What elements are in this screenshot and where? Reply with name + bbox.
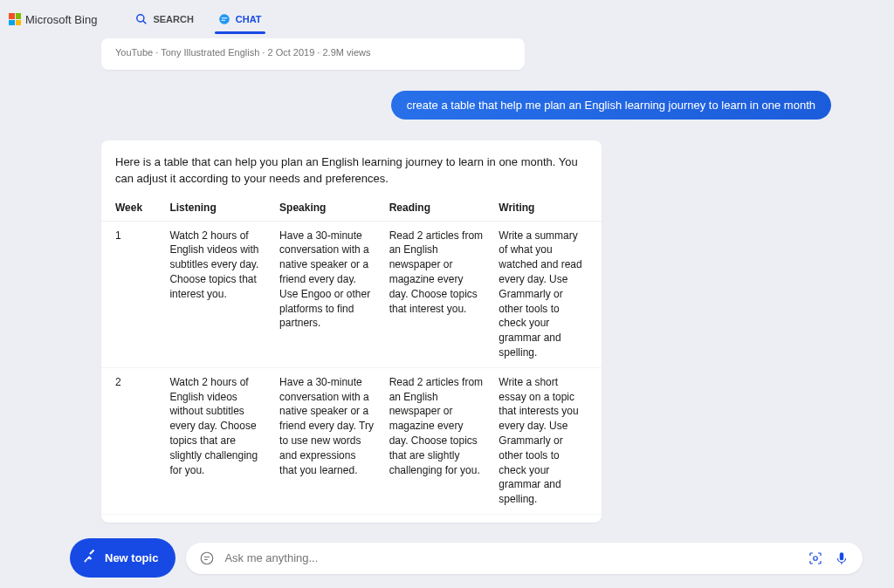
cell-writing: Write a short essay on a topic that inte… <box>492 367 602 514</box>
compose-icon <box>198 550 216 567</box>
svg-point-4 <box>814 556 818 560</box>
chat-input[interactable] <box>224 551 798 564</box>
video-meta: YouTube · Tony Illustrated English · 2 O… <box>115 47 370 58</box>
cell-listening: Listen to 2 hours of English podcasts or… <box>162 515 272 523</box>
table-row: 1 Watch 2 hours of English videos with s… <box>101 221 602 367</box>
cell-speaking: Have a 30-minute conversation with a nat… <box>272 221 382 367</box>
col-listening: Listening <box>162 195 272 222</box>
col-week: Week <box>101 195 162 222</box>
microphone-icon[interactable] <box>833 550 850 567</box>
messages-area: YouTube · Tony Illustrated English · 2 O… <box>0 38 894 523</box>
search-icon <box>135 13 148 25</box>
assistant-response-card: Here is a table that can help you plan a… <box>101 140 602 523</box>
svg-point-2 <box>219 14 230 24</box>
nav-chat-label: CHAT <box>236 14 262 24</box>
user-message-row: create a table that help me plan an Engl… <box>31 91 863 120</box>
svg-rect-5 <box>840 552 844 560</box>
cell-writing: Write a summary of what you watched and … <box>492 221 602 367</box>
cell-reading: Read 2 chapters from an English book eve… <box>382 515 492 523</box>
nav-search-label: SEARCH <box>153 14 193 24</box>
user-message-bubble: create a table that help me plan an Engl… <box>391 91 831 120</box>
table-row: 2 Watch 2 hours of English videos withou… <box>101 367 602 514</box>
table-header-row: Week Listening Speaking Reading Writing <box>101 195 602 222</box>
logo-text: Microsoft Bing <box>25 13 97 26</box>
cell-listening: Watch 2 hours of English videos with sub… <box>162 221 272 367</box>
cell-week: 3 <box>101 515 162 523</box>
col-writing: Writing <box>492 195 602 222</box>
cell-week: 1 <box>101 221 162 367</box>
table-row: 3 Listen to 2 hours of English podcasts … <box>101 515 602 523</box>
microsoft-icon <box>9 13 21 25</box>
cell-writing: Write a review of what you listened and … <box>492 515 602 523</box>
cell-listening: Watch 2 hours of English videos without … <box>162 367 272 514</box>
chat-container: YouTube · Tony Illustrated English · 2 O… <box>0 38 894 588</box>
user-message-text: create a table that help me plan an Engl… <box>407 99 815 112</box>
nav-chat[interactable]: CHAT <box>215 8 265 31</box>
cell-speaking: Have a 30-minute conversation with a nat… <box>272 367 382 514</box>
cell-reading: Read 2 articles from an English newspape… <box>382 221 492 367</box>
col-reading: Reading <box>382 195 492 222</box>
new-topic-label: New topic <box>105 551 158 564</box>
bottom-input-bar: New topic <box>0 538 894 578</box>
nav-search[interactable]: SEARCH <box>132 8 196 31</box>
chat-icon <box>218 13 230 25</box>
chat-input-container[interactable] <box>186 543 863 574</box>
header-bar: Microsoft Bing SEARCH CHAT <box>0 0 894 38</box>
image-search-icon[interactable] <box>807 550 824 567</box>
svg-point-3 <box>202 552 214 564</box>
svg-point-0 <box>137 15 144 22</box>
new-topic-button[interactable]: New topic <box>70 538 175 578</box>
svg-line-1 <box>143 21 147 24</box>
cell-speaking: Have a 30-minute conversation with a nat… <box>272 515 382 523</box>
bing-logo[interactable]: Microsoft Bing <box>9 13 97 26</box>
cell-week: 2 <box>101 367 162 514</box>
broom-icon <box>82 549 98 567</box>
col-speaking: Speaking <box>272 195 382 222</box>
cell-reading: Read 2 articles from an English newspape… <box>382 367 492 514</box>
learning-plan-table: Week Listening Speaking Reading Writing … <box>101 195 602 523</box>
response-intro: Here is a table that can help you plan a… <box>101 154 602 195</box>
video-result-card[interactable]: YouTube · Tony Illustrated English · 2 O… <box>101 38 525 70</box>
